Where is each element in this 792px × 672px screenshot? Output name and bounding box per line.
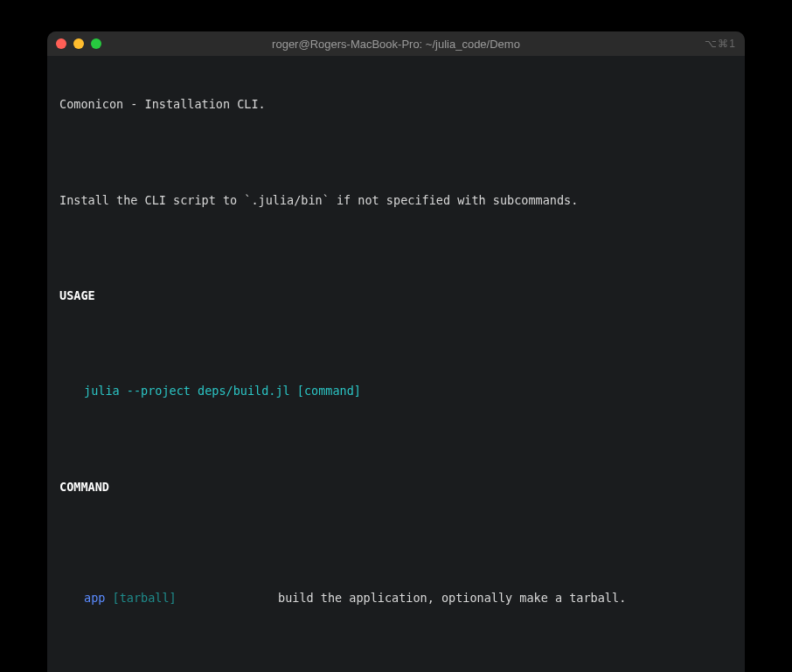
maximize-icon[interactable] bbox=[91, 38, 101, 49]
command-desc: build the application, optionally make a… bbox=[278, 590, 733, 606]
command-row: app [tarball] build the application, opt… bbox=[59, 590, 733, 606]
command-name: app bbox=[84, 591, 105, 605]
window-title: roger@Rogers-MacBook-Pro: ~/julia_code/D… bbox=[47, 38, 745, 51]
terminal-window: roger@Rogers-MacBook-Pro: ~/julia_code/D… bbox=[47, 31, 745, 672]
usage-command: julia --project deps/build.jl [command] bbox=[59, 383, 733, 398]
terminal-body[interactable]: Comonicon - Installation CLI. Install th… bbox=[47, 56, 745, 672]
tab-indicator: ⌥⌘1 bbox=[705, 38, 736, 50]
cli-header: Comonicon - Installation CLI. bbox=[59, 96, 733, 112]
titlebar[interactable]: roger@Rogers-MacBook-Pro: ~/julia_code/D… bbox=[47, 31, 745, 56]
cli-install-line: Install the CLI script to `.julia/bin` i… bbox=[59, 192, 733, 208]
command-arg: [tarball] bbox=[105, 591, 176, 605]
minimize-icon[interactable] bbox=[73, 38, 84, 49]
command-heading: COMMAND bbox=[59, 479, 733, 495]
traffic-lights bbox=[56, 38, 101, 49]
usage-heading: USAGE bbox=[59, 288, 733, 303]
close-icon[interactable] bbox=[56, 38, 66, 49]
